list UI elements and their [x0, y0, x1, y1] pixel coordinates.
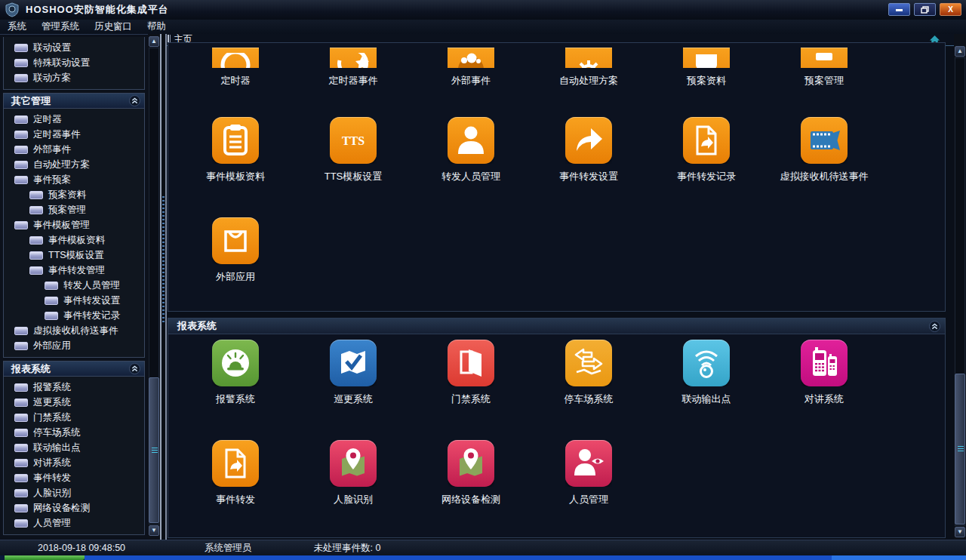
tree-node-icon [14, 115, 28, 124]
person-eye-icon[interactable] [565, 440, 612, 487]
timer-icon[interactable] [212, 48, 259, 68]
sidebar-item[interactable]: 事件模板资料 [4, 232, 144, 248]
app-tile[interactable]: 报警系统 [177, 340, 294, 406]
door-icon[interactable] [448, 340, 494, 386]
sidebar-item[interactable]: 特殊联动设置 [4, 55, 144, 70]
sidebar-item[interactable]: 事件转发设置 [4, 293, 144, 308]
collapse-chevron-icon[interactable] [129, 363, 140, 374]
app-tile[interactable]: 对讲系统 [765, 340, 883, 406]
person-icon[interactable] [448, 117, 494, 164]
app-tile[interactable]: 事件模板资料 [177, 117, 294, 183]
film-icon[interactable] [801, 117, 848, 164]
map-pin-icon[interactable] [448, 440, 494, 487]
app-tile[interactable]: 联动输出点 [648, 340, 765, 406]
sidebar-item[interactable]: 转发人员管理 [4, 278, 144, 293]
sidebar-item[interactable]: 门禁系统 [4, 410, 144, 425]
doc-share-icon[interactable] [683, 117, 730, 164]
sidebar-item[interactable]: 事件转发管理 [4, 263, 144, 278]
scroll-up-icon[interactable]: ▲ [149, 36, 159, 47]
sidebar-item[interactable]: 人员管理 [4, 515, 144, 531]
app-tile[interactable]: 自动处理方案 [530, 48, 648, 88]
menu-item-0[interactable]: 系统 [8, 20, 26, 33]
app-tile[interactable]: TTSTTS模板设置 [294, 117, 412, 183]
sidebar-item[interactable]: 虚拟接收机待送事件 [4, 323, 144, 338]
sidebar-item[interactable]: 联动方案 [4, 70, 144, 85]
app-tile[interactable]: 虚拟接收机待送事件 [765, 117, 883, 183]
timer-event-icon[interactable] [330, 48, 377, 68]
scroll-up-icon[interactable]: ▲ [955, 46, 965, 57]
collapse-chevron-icon[interactable] [129, 95, 140, 106]
splitter-handle[interactable] [160, 34, 167, 540]
app-tile[interactable]: 预案管理 [765, 48, 883, 88]
tree-group-header[interactable]: 其它管理 [3, 93, 145, 109]
gear-icon[interactable] [565, 48, 612, 68]
close-button[interactable]: X [940, 3, 961, 16]
sidebar-scroll-thumb[interactable] [149, 377, 159, 523]
sidebar-item[interactable]: 事件转发 [4, 470, 144, 485]
app-tile[interactable]: 巡更系统 [294, 340, 412, 406]
app-tile[interactable]: 外部事件 [412, 48, 530, 88]
scroll-down-icon[interactable]: ▼ [149, 525, 159, 536]
restore-button[interactable] [914, 3, 936, 16]
app-tile[interactable]: 网络设备检测 [412, 440, 530, 506]
sidebar-item[interactable]: 自动处理方案 [4, 157, 144, 172]
plan-doc-icon[interactable] [683, 48, 730, 68]
sidebar-item[interactable]: TTS模板设置 [4, 248, 144, 263]
bag-icon[interactable] [212, 217, 259, 264]
sidebar-item[interactable]: 事件转发记录 [4, 308, 144, 323]
app-tile[interactable]: 人脸识别 [294, 440, 412, 506]
sidebar-item[interactable]: 巡更系统 [4, 395, 144, 410]
app-tile[interactable]: 停车场系统 [530, 340, 648, 406]
main-scroll-thumb[interactable] [955, 374, 965, 525]
map-pin-icon[interactable] [330, 440, 377, 487]
app-tile[interactable]: 定时器事件 [294, 48, 412, 88]
menu-item-1[interactable]: 管理系统 [42, 20, 79, 33]
app-tile[interactable]: 门禁系统 [412, 340, 530, 406]
tree-node-icon [14, 398, 28, 407]
tts-icon[interactable]: TTS [330, 117, 377, 164]
clipboard-icon[interactable] [212, 117, 259, 164]
app-tile[interactable]: 人员管理 [530, 440, 648, 506]
report-system-panel-header[interactable]: 报表系统 [168, 318, 946, 334]
external-event-icon[interactable] [448, 48, 494, 68]
sidebar-scrollbar[interactable]: ▲ ▼ [148, 34, 160, 540]
transfer-arrows-icon[interactable] [565, 340, 612, 386]
sidebar-item[interactable]: 外部应用 [4, 338, 144, 353]
sidebar-item[interactable]: 预案管理 [4, 202, 144, 217]
app-tile[interactable]: 事件转发记录 [648, 117, 765, 183]
sidebar-item[interactable]: 定时器 [4, 112, 144, 127]
map-check-icon[interactable] [330, 340, 377, 386]
doc-share-icon[interactable] [212, 440, 259, 487]
plan-manage-icon[interactable] [801, 48, 848, 68]
menu-item-2[interactable]: 历史窗口 [94, 20, 132, 33]
sidebar-item[interactable]: 联动输出点 [4, 440, 144, 455]
app-tile[interactable]: 定时器 [177, 48, 294, 88]
sidebar-item[interactable]: 事件模板管理 [4, 217, 144, 232]
tree-group-header[interactable]: 报表系统 [3, 361, 145, 377]
app-tile[interactable]: 外部应用 [177, 217, 294, 284]
main-scrollbar[interactable]: ▲ ▼ [954, 34, 966, 540]
wireless-icon[interactable] [683, 340, 730, 386]
sidebar-item[interactable]: 报警系统 [4, 380, 144, 395]
sidebar-item[interactable]: 人脸识别 [4, 485, 144, 500]
app-tile[interactable]: 事件转发设置 [530, 117, 648, 183]
sidebar-item[interactable]: 事件预案 [4, 172, 144, 187]
siren-icon[interactable] [212, 340, 259, 386]
sidebar-item[interactable]: 停车场系统 [4, 425, 144, 440]
app-tile[interactable]: 转发人员管理 [412, 117, 530, 183]
sidebar-item[interactable]: 对讲系统 [4, 455, 144, 470]
sidebar-item[interactable]: 网络设备检测 [4, 500, 144, 515]
app-tile[interactable]: 事件转发 [177, 440, 294, 506]
minimize-button[interactable] [888, 3, 910, 16]
collapse-chevron-icon[interactable] [929, 321, 940, 332]
taskbar-start-sliver[interactable] [5, 555, 85, 560]
sidebar-item[interactable]: 预案资料 [4, 187, 144, 202]
share-arrow-icon[interactable] [565, 117, 612, 164]
sidebar-item[interactable]: 定时器事件 [4, 127, 144, 142]
sidebar-item[interactable]: 外部事件 [4, 142, 144, 157]
sidebar-item[interactable]: 联动设置 [4, 40, 144, 55]
phones-icon[interactable] [801, 340, 848, 386]
menu-item-3[interactable]: 帮助 [147, 20, 166, 33]
app-tile[interactable]: 预案资料 [648, 48, 765, 88]
scroll-down-icon[interactable]: ▼ [955, 527, 965, 537]
